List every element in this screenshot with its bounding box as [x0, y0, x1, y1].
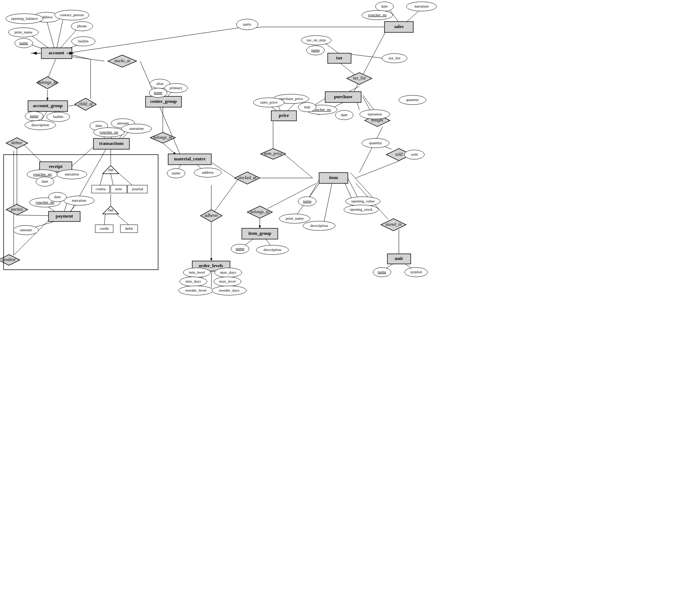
attr-narration-payment-label: narration — [72, 198, 86, 202]
attr-sales-price-label: sales_price — [260, 100, 278, 104]
entity-account-group-label: account_group — [33, 103, 63, 108]
attr-builtin-acct-label: builtin — [78, 39, 89, 43]
attr-narration-receipt-label: narration — [65, 172, 79, 176]
subtype-journal-label: journal — [132, 187, 143, 191]
svg-line-18 — [140, 61, 183, 162]
svg-line-33 — [359, 127, 383, 173]
svg-line-59 — [68, 149, 106, 216]
entity-unit-label: unit — [395, 256, 403, 261]
diamond-tax-list-label: tax_list — [353, 76, 366, 81]
diamond-stocks-at-label: stocks_at — [114, 58, 130, 63]
entity-transactions-label: transactions — [99, 141, 124, 146]
attr-reorder-days-label: reorder_days — [219, 288, 239, 292]
svg-line-66 — [111, 174, 113, 185]
diamond-stored-in-label: stored_in — [386, 222, 402, 227]
entity-payment-label: payment — [56, 213, 73, 219]
svg-line-30 — [363, 95, 374, 110]
attr-mrp-label: mrp — [304, 105, 310, 109]
svg-line-9 — [47, 59, 56, 79]
attr-name-itemgrp-label: name — [236, 246, 244, 251]
svg-line-70 — [116, 214, 129, 225]
svg-line-54 — [284, 154, 313, 178]
attr-amount-payment-label: amount — [20, 228, 32, 232]
attr-name-material-label: name — [172, 171, 180, 175]
attr-opening-value-label: opening_value — [351, 199, 375, 203]
subtype-contra-label: contra — [96, 187, 106, 191]
svg-line-65 — [100, 173, 103, 185]
attr-date-payment-label: date — [54, 195, 61, 199]
svg-line-67 — [118, 173, 132, 185]
attr-description-itemgrp-label: description — [264, 247, 281, 252]
attr-alias-label: alias — [156, 81, 164, 86]
svg-line-91 — [211, 178, 239, 216]
attr-builtin-acctgrp-label: builtin — [53, 114, 64, 119]
attr-narration-purchase-label: narration — [368, 112, 382, 116]
attr-min-days-label: min_days — [186, 279, 201, 283]
isa-triangle-1-label: isa — [108, 167, 113, 172]
entity-account-label: account — [49, 50, 64, 55]
svg-line-86 — [163, 143, 176, 155]
entity-order-levels-label: order_levels — [199, 263, 223, 268]
attr-amount-trans-label: amount — [117, 121, 129, 125]
diamond-creditor-label: creditor — [2, 257, 16, 262]
diamond-belongs-to-item-label: belongs_to — [250, 209, 270, 214]
entity-sales-label: sales — [394, 24, 404, 29]
attr-date-trans-label: date — [96, 123, 102, 128]
attr-primary-label: primary — [170, 86, 183, 90]
attr-name-item-label: name — [303, 199, 312, 203]
svg-line-34 — [356, 161, 399, 178]
attr-print-name-label: print_name — [14, 30, 32, 34]
er-diagram: account account_group sales purchase tax… — [0, 0, 700, 594]
svg-line-80 — [17, 215, 52, 216]
attr-quantity-bought-label: quantity — [406, 97, 419, 102]
attr-tax-on-mrp-label: tax_on_mrp — [307, 38, 326, 42]
diamond-belongs-to-acct-label: belongs_to — [38, 80, 57, 85]
attr-contact-person-label: contact_person — [60, 13, 84, 17]
attr-sold-label: sold — [411, 152, 418, 156]
attr-narration-sales-label: narration — [414, 4, 429, 8]
attr-name-acct-label: name — [19, 41, 28, 45]
diamond-debtor-label: debtor — [11, 140, 23, 145]
attr-reorder-level-label: reorder_level — [185, 288, 207, 292]
subtype-note-label: note — [115, 187, 122, 191]
svg-line-25 — [349, 54, 383, 58]
entity-receipt-label: receipt — [49, 164, 63, 169]
svg-line-82 — [14, 216, 53, 255]
attr-name-acctgrp-label: name — [30, 114, 38, 118]
attr-date-receipt-label: date — [42, 179, 48, 183]
isa-triangle-2-label: isa — [108, 207, 113, 213]
attr-name-unit-label: name — [378, 270, 386, 274]
subtype-debit-label: debit — [125, 226, 133, 230]
diamond-stocked-at-label: stocked_at — [238, 175, 257, 180]
attr-address-material-label: address — [202, 170, 214, 174]
attr-opening-stock-label: opening_stock — [350, 207, 373, 211]
attr-voucher-no-trans-label: voucher_no — [100, 130, 118, 134]
svg-line-27 — [349, 86, 359, 92]
attr-purchase-price-label: purchase_price — [279, 96, 303, 101]
attr-name-tax-label: name — [311, 48, 320, 52]
attr-opening-balance-label: opening_balance — [11, 16, 38, 20]
attr-date-purchase-label: date — [341, 113, 347, 117]
attr-description-acctgrp-label: description — [32, 123, 49, 127]
diamond-item-price-label: item_price — [264, 151, 282, 156]
attr-symbol-label: symbol — [410, 270, 422, 274]
attr-date-sales-label: date — [381, 4, 388, 8]
attr-tax-list-text: tax_list — [389, 56, 400, 60]
subtype-credit-label: credit — [100, 226, 109, 230]
attr-narration-trans-label: narration — [129, 126, 144, 131]
attr-voucher-no-sales-label: voucher_no — [368, 13, 387, 17]
attr-phone-label: phone — [77, 24, 87, 28]
attr-party-label: party — [243, 22, 252, 26]
diamond-adheres-label: adheres — [204, 213, 218, 218]
svg-line-41 — [350, 173, 376, 201]
entity-purchase-label: purchase — [334, 94, 353, 99]
entity-material-centre-label: material_centre — [174, 156, 206, 161]
attr-max-days-label: max_days — [220, 270, 236, 274]
attr-max-level-label: max_level — [219, 279, 236, 283]
entity-price-label: price — [279, 113, 289, 118]
attr-description-item-label: description — [310, 223, 328, 228]
entity-tax-label: tax — [336, 55, 342, 60]
diamond-sold-label: sold — [395, 152, 403, 157]
diamond-belongs-to-center-label: belongs_to — [153, 135, 172, 140]
entity-center-group-label: center_group — [150, 99, 177, 104]
